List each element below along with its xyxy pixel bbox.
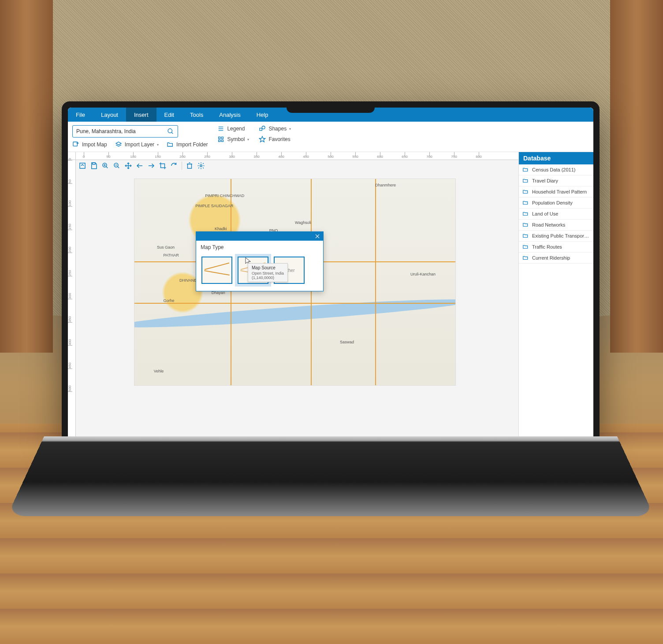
road-feature — [375, 179, 376, 385]
map-type-option-streets[interactable] — [201, 257, 232, 284]
import-layer-label: Import Layer — [125, 141, 154, 148]
tooltip-title: Map Source — [252, 265, 284, 270]
open-button[interactable] — [78, 162, 86, 170]
canvas-area: 0501001502002503003504004505005506006507… — [68, 152, 518, 436]
layers-icon — [115, 141, 122, 148]
database-item-label: Census Data (2011) — [532, 167, 575, 172]
svg-rect-12 — [222, 140, 223, 141]
zoom-out-button[interactable] — [113, 162, 121, 170]
symbol-label: Symbol — [227, 136, 245, 142]
database-item[interactable]: Travel Diary — [519, 175, 593, 186]
shapes-icon — [259, 125, 266, 132]
map-place-label: PIMPLE SAUDAGAR — [195, 204, 233, 208]
database-item-label: Traffic Routes — [532, 244, 562, 249]
menu-help[interactable]: Help — [249, 108, 276, 122]
menu-analysis[interactable]: Analysis — [211, 108, 248, 122]
folder-icon — [167, 141, 174, 148]
menu-layout[interactable]: Layout — [93, 108, 126, 122]
map-place-label: Dhanmhere — [375, 183, 396, 187]
database-item[interactable]: Census Data (2011) — [519, 164, 593, 175]
map-place-label: Sus Gaon — [157, 245, 175, 249]
dialog-header — [196, 232, 323, 241]
arrow-right-icon — [147, 162, 155, 170]
map-plus-icon — [72, 141, 79, 148]
delete-button[interactable] — [186, 162, 194, 170]
save-button[interactable] — [90, 162, 98, 170]
legend-button[interactable]: Legend — [217, 125, 249, 132]
database-item-label: Road Networks — [532, 222, 565, 227]
separator — [182, 162, 182, 170]
map-place-label: Uruli-Kanchan — [410, 272, 436, 276]
folder-icon — [522, 233, 529, 239]
map-place-label: Gorhe — [164, 298, 175, 303]
import-map-button[interactable]: Impot Map — [72, 141, 107, 148]
database-item[interactable]: Traffic Routes — [519, 242, 593, 253]
map-place-label: Saswad — [340, 340, 354, 344]
svg-rect-11 — [219, 140, 220, 141]
database-item-label: Travel Diary — [532, 178, 558, 183]
canvas-toolbar — [78, 162, 205, 170]
menu-insert[interactable]: Insert — [126, 108, 156, 122]
import-map-label: Impot Map — [82, 141, 107, 148]
import-layer-button[interactable]: Import Layer ▾ — [115, 141, 159, 148]
search-input[interactable] — [76, 128, 167, 134]
database-item[interactable]: Existing Public Transportation S — [519, 231, 593, 242]
zoom-out-icon — [113, 162, 121, 170]
database-item-label: Land of Use — [532, 211, 558, 216]
svg-rect-17 — [93, 163, 95, 164]
svg-point-32 — [200, 165, 202, 167]
database-item[interactable]: Current Ridership — [519, 253, 593, 264]
menu-file[interactable]: File — [68, 108, 93, 122]
database-item-label: Existing Public Transportation S — [532, 233, 590, 238]
symbol-grid-icon — [217, 136, 224, 143]
search-box[interactable] — [72, 125, 178, 138]
legend-label: Legend — [227, 126, 245, 132]
database-item-label: Current Ridership — [532, 255, 570, 261]
settings-button[interactable] — [197, 162, 205, 170]
map-place-label: Waghsoli — [295, 220, 311, 225]
database-panel: Database Census Data (2011)Travel DiaryH… — [518, 152, 593, 436]
svg-rect-29 — [188, 164, 192, 168]
gear-icon — [197, 162, 205, 170]
search-icon[interactable] — [167, 128, 174, 135]
save-icon — [90, 162, 98, 170]
zoom-in-button[interactable] — [101, 162, 109, 170]
menu-tools[interactable]: Tools — [182, 108, 211, 122]
arrow-left-icon — [136, 162, 144, 170]
import-folder-label: Import Folder — [176, 141, 208, 148]
shapes-label: Shapes — [268, 126, 287, 132]
trash-icon — [186, 162, 194, 170]
folder-icon — [522, 167, 529, 173]
refresh-button[interactable] — [170, 162, 178, 170]
svg-point-14 — [262, 126, 265, 129]
pan-button[interactable] — [124, 162, 132, 170]
map-type-dialog: Map Type Other — [196, 231, 324, 291]
database-item[interactable]: Population Density — [519, 197, 593, 208]
database-item[interactable]: Road Networks — [519, 220, 593, 231]
menu-edit[interactable]: Edit — [156, 108, 182, 122]
favorites-label: Favorites — [268, 136, 290, 142]
workspace: 0501001502002503003504004505005506006507… — [68, 152, 593, 436]
back-button[interactable] — [136, 162, 144, 170]
favorites-button[interactable]: Favorites — [259, 136, 291, 143]
map-place-label: Khadki — [215, 227, 227, 231]
river-feature — [134, 294, 456, 332]
legend-icon — [217, 125, 224, 132]
database-item[interactable]: Household Travel Pattern — [519, 186, 593, 197]
folder-icon — [522, 222, 529, 228]
database-item[interactable]: Land of Use — [519, 208, 593, 220]
shapes-button[interactable]: Shapes ▾ — [259, 125, 291, 132]
svg-marker-15 — [260, 136, 265, 142]
import-folder-button[interactable]: Import Folder — [167, 141, 208, 148]
svg-line-21 — [106, 167, 108, 168]
forward-button[interactable] — [147, 162, 155, 170]
database-item-label: Population Density — [532, 200, 573, 205]
svg-rect-13 — [260, 128, 262, 130]
map-place-label: DHIVANE — [179, 278, 197, 283]
close-icon[interactable] — [314, 233, 320, 239]
crop-button[interactable] — [159, 162, 167, 170]
svg-rect-9 — [219, 137, 220, 139]
svg-rect-2 — [73, 142, 77, 146]
refresh-icon — [170, 162, 178, 170]
symbol-button[interactable]: Symbol ▾ — [217, 136, 249, 143]
